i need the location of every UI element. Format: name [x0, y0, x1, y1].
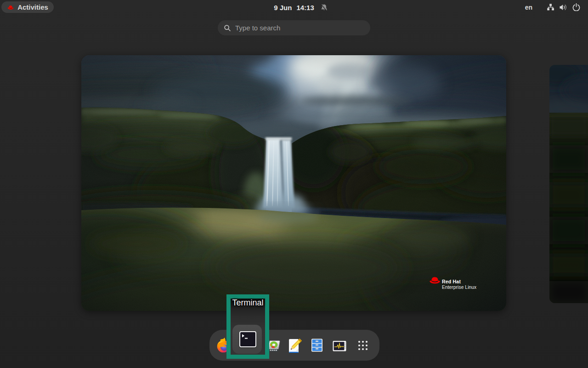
svg-text:Red Hat: Red Hat — [442, 279, 461, 284]
svg-text:Enterprise Linux: Enterprise Linux — [442, 285, 476, 290]
